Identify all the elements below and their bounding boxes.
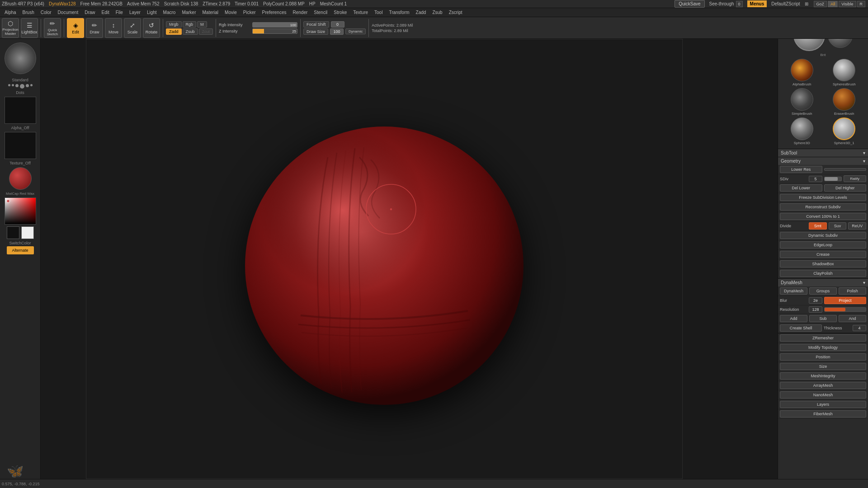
menu-document[interactable]: Document xyxy=(55,9,81,16)
layers-btn[interactable]: Layers xyxy=(780,401,866,408)
menu-brush[interactable]: Brush xyxy=(20,9,37,16)
convert-btn[interactable]: Convert 100% to 1 xyxy=(780,213,866,220)
brush-item-sphere3d1[interactable]: Sphere3D_1 xyxy=(824,117,865,145)
menu-marker[interactable]: Marker xyxy=(179,9,198,16)
position-btn[interactable]: Position xyxy=(780,353,866,361)
suv-btn[interactable]: Suv xyxy=(829,222,847,230)
menu-draw[interactable]: Draw xyxy=(82,9,98,16)
menu-zadd[interactable]: Zadd xyxy=(413,9,429,16)
brush-item-alpha[interactable]: AlphaBrush xyxy=(782,59,822,86)
shadowbox-btn[interactable]: ShadowBox xyxy=(780,260,866,267)
del-higher-btn[interactable]: Del Higher xyxy=(824,184,867,192)
rotate-btn[interactable]: ↺ Rotate xyxy=(143,18,160,38)
r-btn[interactable]: R xyxy=(857,1,866,7)
smt-btn[interactable]: Smt xyxy=(809,222,827,230)
dynamic-btn[interactable]: Dynamic xyxy=(345,28,366,34)
mrgb-btn[interactable]: Mrgb xyxy=(166,21,182,28)
freeze-subdiv-btn[interactable]: Freeze SubDivision Levels xyxy=(780,194,866,201)
menu-alpha[interactable]: Alpha xyxy=(2,9,19,16)
visible-btn[interactable]: Visible xyxy=(839,1,856,7)
rgb-intensity-bar[interactable]: 100 xyxy=(252,22,297,28)
rgb-btn[interactable]: Rgb xyxy=(183,21,197,28)
color-picker[interactable] xyxy=(5,197,36,225)
menu-file[interactable]: File xyxy=(113,9,126,16)
brush-item-spheres[interactable]: SpheresBrush xyxy=(824,59,865,86)
brush-item-simple[interactable]: SimpleBrush xyxy=(782,88,822,116)
menu-picker[interactable]: Picker xyxy=(241,9,259,16)
dynamesh-btn[interactable]: DynaMesh xyxy=(780,287,807,295)
menu-light[interactable]: Light xyxy=(144,9,160,16)
menu-tool[interactable]: Tool xyxy=(372,9,385,16)
brush-item-sphere3d[interactable]: Sphere3D xyxy=(782,117,822,145)
draw-size-value[interactable]: 100 xyxy=(330,28,344,35)
menus-button[interactable]: Menus xyxy=(747,0,767,7)
menu-color[interactable]: Color xyxy=(38,9,54,16)
lightbox-btn[interactable]: ☰ LightBox xyxy=(21,18,38,38)
brush-item-eraser[interactable]: EraserBrush xyxy=(824,88,865,116)
quicksave-button[interactable]: QuickSave xyxy=(675,0,704,8)
lower-res-btn[interactable]: Lower Res xyxy=(780,166,822,173)
scale-btn[interactable]: ⤢ Scale xyxy=(124,18,141,38)
menu-zscript[interactable]: Zscript xyxy=(446,9,465,16)
brush-preview[interactable] xyxy=(5,42,36,74)
menu-movie[interactable]: Movie xyxy=(222,9,240,16)
see-through-btn[interactable]: 0 xyxy=(736,1,743,7)
array-mesh-btn[interactable]: ArrayMesh xyxy=(780,382,866,389)
crease-btn[interactable]: Crease xyxy=(780,251,866,258)
del-lower-btn[interactable]: Del Lower xyxy=(780,184,822,192)
dynamesh-header[interactable]: DynaMesh ▾ xyxy=(778,279,868,286)
swatch-black[interactable] xyxy=(7,226,19,239)
texture-preview[interactable] xyxy=(5,132,36,159)
edgeloop-btn[interactable]: EdgeLoop xyxy=(780,241,866,249)
swatch-white[interactable] xyxy=(21,226,34,239)
subtool-header[interactable]: SubTool ▾ xyxy=(778,149,868,157)
all-btn[interactable]: All xyxy=(828,1,838,7)
menu-stroke[interactable]: Stroke xyxy=(331,9,349,16)
nano-mesh-btn[interactable]: NanoMesh xyxy=(780,391,866,399)
switch-color-btn[interactable]: SwitchColor xyxy=(0,241,40,245)
menu-material[interactable]: Material xyxy=(200,9,222,16)
claypolish-btn[interactable]: ClayPolish xyxy=(780,270,866,277)
alternate-btn[interactable]: Alternate xyxy=(7,246,34,254)
project-btn[interactable]: Project xyxy=(824,297,866,304)
dots-preview[interactable] xyxy=(0,84,40,89)
geometry-header[interactable]: Geometry ▾ xyxy=(778,157,868,165)
create-shell-btn[interactable]: Create Shell xyxy=(780,324,822,332)
zsub-btn[interactable]: Zsub xyxy=(183,28,198,35)
move-btn[interactable]: ↕ Move xyxy=(105,18,122,38)
groups-btn[interactable]: Groups xyxy=(809,287,837,295)
menu-transform[interactable]: Transform xyxy=(386,9,412,16)
focal-shift-value[interactable]: 0 xyxy=(331,21,344,28)
z-intensity-bar[interactable]: 25 xyxy=(252,28,297,34)
reuv-btn[interactable]: ReUV xyxy=(848,222,866,230)
projection-master-btn[interactable]: ⬡ ProjectionMaster xyxy=(2,18,19,38)
canvas-area[interactable]: + xyxy=(41,39,728,479)
fiber-mesh-btn[interactable]: FiberMesh xyxy=(780,410,866,418)
thickness-value[interactable]: 4 xyxy=(853,325,866,331)
blur-value[interactable]: 2e xyxy=(809,297,822,304)
menu-texture[interactable]: Texture xyxy=(350,9,371,16)
zcut-btn[interactable]: Zcut xyxy=(199,28,213,35)
menu-render[interactable]: Render xyxy=(290,9,311,16)
sdiv-slider[interactable] xyxy=(824,177,842,181)
menu-preferences[interactable]: Preferences xyxy=(259,9,289,16)
mesh-integrity-btn[interactable]: MeshIntegrity xyxy=(780,372,866,380)
edit-btn[interactable]: ◈ Edit xyxy=(67,18,84,38)
resolution-value[interactable]: 128 xyxy=(809,306,822,313)
sub-btn[interactable]: Sub xyxy=(809,315,837,322)
menu-macro[interactable]: Macro xyxy=(160,9,179,16)
sub-div-btn[interactable] xyxy=(824,168,867,171)
draw-btn[interactable]: ✏ Draw xyxy=(86,18,103,38)
ratify-btn[interactable]: Ratify xyxy=(844,175,867,182)
zadd-btn[interactable]: Zadd xyxy=(166,28,182,35)
dynamic-subdiv-btn[interactable]: Dynamic Subdiv xyxy=(780,232,866,239)
menu-edit[interactable]: Edit xyxy=(99,9,112,16)
sdiv-value[interactable]: 5 xyxy=(809,176,822,182)
polish-btn[interactable]: Polish xyxy=(839,287,866,295)
zremesher-btn[interactable]: ZRemesher xyxy=(780,334,866,342)
and-btn[interactable]: And xyxy=(839,315,866,322)
m-btn[interactable]: M xyxy=(197,21,207,28)
menu-zsub[interactable]: Zsub xyxy=(429,9,445,16)
size-btn[interactable]: Size xyxy=(780,363,866,370)
quick-sketch-btn[interactable]: ✏ QuickSketch xyxy=(44,18,61,38)
